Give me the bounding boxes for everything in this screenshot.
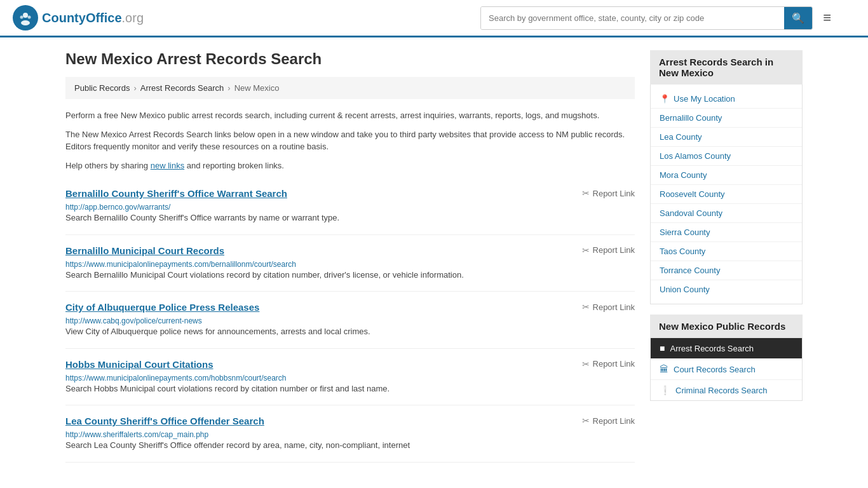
result-title-3[interactable]: Hobbs Municipal Court Citations bbox=[65, 359, 214, 370]
report-link-label-4: Report Link bbox=[593, 416, 635, 426]
county-link-0[interactable]: Bernalillo County bbox=[651, 109, 802, 128]
sidebar-section-title: Arrest Records Search in New Mexico bbox=[650, 50, 803, 85]
public-records-link-2[interactable]: ❕Criminal Records Search bbox=[651, 380, 802, 400]
county-link-9[interactable]: Union County bbox=[651, 280, 802, 299]
public-records-link-1[interactable]: 🏛Court Records Search bbox=[651, 359, 802, 380]
svg-point-4 bbox=[28, 16, 31, 19]
menu-icon: ≡ bbox=[823, 10, 831, 25]
result-url-4[interactable]: http://www.sheriffalerts.com/cap_main.ph… bbox=[65, 430, 208, 439]
result-item: Bernalillo County Sheriff's Office Warra… bbox=[65, 178, 635, 235]
breadcrumb-sep2: › bbox=[227, 83, 230, 93]
report-link-button-4[interactable]: ✂ Report Link bbox=[582, 416, 635, 426]
result-item: Lea County Sheriff's Office Offender Sea… bbox=[65, 405, 635, 463]
pub-link-label-0: Arrest Records Search bbox=[670, 344, 754, 353]
result-title-0[interactable]: Bernalillo County Sheriff's Office Warra… bbox=[65, 188, 287, 199]
search-button[interactable]: 🔍 bbox=[784, 7, 812, 29]
description-3: Help others by sharing new links and rep… bbox=[65, 159, 635, 172]
result-title-2[interactable]: City of Albuquerque Police Press Release… bbox=[65, 302, 259, 313]
county-link-4[interactable]: Roosevelt County bbox=[651, 185, 802, 204]
result-url-2[interactable]: http://www.cabq.gov/police/current-news bbox=[65, 316, 202, 325]
result-header-2: City of Albuquerque Police Press Release… bbox=[65, 302, 635, 313]
header: CountyOffice.org 🔍 ≡ bbox=[0, 0, 868, 37]
results-list: Bernalillo County Sheriff's Office Warra… bbox=[65, 178, 635, 463]
breadcrumb-state: New Mexico bbox=[234, 83, 280, 93]
county-link-8[interactable]: Torrance County bbox=[651, 261, 802, 280]
search-icon: 🔍 bbox=[792, 13, 804, 24]
result-title-4[interactable]: Lea County Sheriff's Office Offender Sea… bbox=[65, 416, 264, 426]
sidebar-public-title: New Mexico Public Records bbox=[650, 315, 803, 338]
report-icon-0: ✂ bbox=[582, 188, 590, 198]
logo-icon bbox=[13, 5, 38, 30]
pub-link-icon-2: ❕ bbox=[660, 385, 670, 395]
result-desc-0: Search Bernalillo County Sheriff's Offic… bbox=[65, 212, 635, 224]
pub-link-icon-0: ■ bbox=[660, 343, 665, 353]
breadcrumb: Public Records › Arrest Records Search ›… bbox=[65, 77, 635, 99]
county-link-2[interactable]: Los Alamos County bbox=[651, 147, 802, 166]
report-link-button-1[interactable]: ✂ Report Link bbox=[582, 245, 635, 255]
pub-link-icon-1: 🏛 bbox=[660, 364, 668, 374]
menu-button[interactable]: ≡ bbox=[818, 7, 836, 29]
report-link-button-3[interactable]: ✂ Report Link bbox=[582, 359, 635, 369]
county-link-7[interactable]: Taos County bbox=[651, 242, 802, 261]
sidebar-section-arrest: Arrest Records Search in New Mexico 📍 Us… bbox=[650, 50, 803, 304]
county-link-6[interactable]: Sierra County bbox=[651, 223, 802, 242]
svg-point-1 bbox=[23, 13, 28, 18]
breadcrumb-public-records[interactable]: Public Records bbox=[74, 83, 130, 93]
result-url-3[interactable]: https://www.municipalonlinepayments.com/… bbox=[65, 374, 287, 383]
report-icon-2: ✂ bbox=[582, 302, 590, 312]
report-icon-1: ✂ bbox=[582, 245, 590, 255]
svg-point-3 bbox=[20, 16, 24, 19]
sidebar-public-records: New Mexico Public Records ■Arrest Record… bbox=[650, 315, 803, 401]
report-icon-3: ✂ bbox=[582, 359, 590, 369]
public-records-link-0[interactable]: ■Arrest Records Search bbox=[651, 338, 802, 359]
sidebar: Arrest Records Search in New Mexico 📍 Us… bbox=[650, 50, 803, 463]
result-desc-2: View City of Albuquerque police news for… bbox=[65, 325, 635, 338]
sidebar-public-links: ■Arrest Records Search🏛Court Records Sea… bbox=[650, 338, 803, 401]
report-link-label-1: Report Link bbox=[593, 245, 635, 255]
page-title: New Mexico Arrest Records Search bbox=[65, 50, 635, 68]
content-area: New Mexico Arrest Records Search Public … bbox=[65, 50, 635, 463]
pub-link-label-2: Criminal Records Search bbox=[675, 386, 768, 395]
use-location-link[interactable]: 📍 Use My Location bbox=[651, 90, 802, 109]
result-url-1[interactable]: https://www.municipalonlinepayments.com/… bbox=[65, 260, 296, 269]
result-header-3: Hobbs Municipal Court Citations ✂ Report… bbox=[65, 359, 635, 370]
report-link-button-0[interactable]: ✂ Report Link bbox=[582, 188, 635, 198]
result-title-1[interactable]: Bernalillo Municipal Court Records bbox=[65, 245, 224, 256]
new-links-link[interactable]: new links bbox=[151, 161, 184, 170]
county-links-container: Bernalillo CountyLea CountyLos Alamos Co… bbox=[651, 109, 802, 299]
result-desc-4: Search Lea County Sheriff's Office offen… bbox=[65, 439, 635, 452]
result-item: Bernalillo Municipal Court Records ✂ Rep… bbox=[65, 235, 635, 292]
result-item: City of Albuquerque Police Press Release… bbox=[65, 292, 635, 349]
main-container: New Mexico Arrest Records Search Public … bbox=[53, 37, 815, 463]
result-desc-1: Search Bernalillo Municipal Court violat… bbox=[65, 269, 635, 281]
report-link-label-0: Report Link bbox=[593, 189, 635, 198]
county-link-5[interactable]: Sandoval County bbox=[651, 204, 802, 223]
report-link-label-2: Report Link bbox=[593, 302, 635, 312]
search-box: 🔍 bbox=[480, 6, 813, 30]
report-link-button-2[interactable]: ✂ Report Link bbox=[582, 302, 635, 312]
pub-link-label-1: Court Records Search bbox=[674, 365, 756, 374]
description-2: The New Mexico Arrest Records Search lin… bbox=[65, 128, 635, 153]
result-desc-3: Search Hobbs Municipal court violations … bbox=[65, 383, 635, 395]
result-url-0[interactable]: http://app.bernco.gov/warrants/ bbox=[65, 203, 170, 212]
sidebar-county-links: 📍 Use My Location Bernalillo CountyLea C… bbox=[650, 85, 803, 304]
county-link-3[interactable]: Mora County bbox=[651, 166, 802, 185]
result-header-1: Bernalillo Municipal Court Records ✂ Rep… bbox=[65, 245, 635, 256]
result-header-4: Lea County Sheriff's Office Offender Sea… bbox=[65, 416, 635, 426]
report-link-label-3: Report Link bbox=[593, 359, 635, 369]
breadcrumb-sep1: › bbox=[133, 83, 136, 93]
logo-area: CountyOffice.org bbox=[13, 5, 144, 30]
search-input[interactable] bbox=[481, 7, 784, 29]
breadcrumb-arrest-records[interactable]: Arrest Records Search bbox=[140, 83, 224, 93]
search-area: 🔍 ≡ bbox=[480, 6, 836, 30]
county-link-1[interactable]: Lea County bbox=[651, 128, 802, 147]
report-icon-4: ✂ bbox=[582, 416, 590, 426]
logo-text: CountyOffice.org bbox=[42, 11, 144, 25]
svg-point-2 bbox=[21, 20, 30, 25]
location-icon: 📍 bbox=[660, 94, 670, 104]
description-1: Perform a free New Mexico public arrest … bbox=[65, 109, 635, 122]
result-header-0: Bernalillo County Sheriff's Office Warra… bbox=[65, 188, 635, 199]
result-item: Hobbs Municipal Court Citations ✂ Report… bbox=[65, 349, 635, 406]
